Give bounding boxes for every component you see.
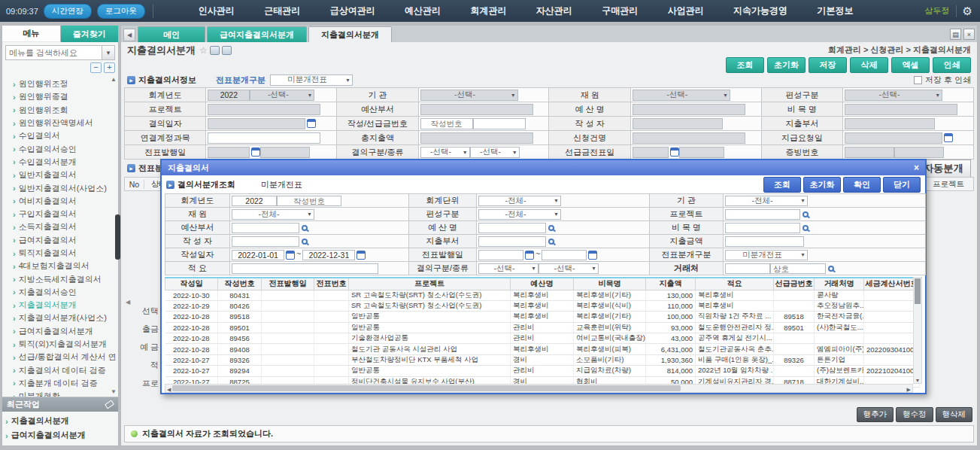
sidebar-item[interactable]: 수입결의서승인 — [13, 142, 118, 155]
sidebar-item[interactable]: 퇴직(외)지출결의서분개 — [13, 338, 118, 351]
sidebar-item[interactable]: 원인행위조회 — [13, 104, 118, 117]
sidebar-item[interactable]: 퇴직지출결의서 — [13, 247, 118, 260]
modal-button[interactable]: 확인 — [843, 177, 881, 193]
chevron-down-icon[interactable] — [102, 45, 115, 60]
tab-close-icon[interactable]: × — [963, 29, 975, 40]
sidebar-item[interactable]: 수입결의서 — [13, 129, 118, 142]
slip-date-from-input[interactable] — [478, 250, 523, 260]
result-column-header[interactable]: 세금계산서번호 — [864, 278, 920, 290]
modal-button[interactable]: 초기화 — [803, 177, 841, 193]
modal-button[interactable]: 닫기 — [883, 177, 921, 193]
toolbar-button[interactable]: 엑셀 — [891, 57, 930, 73]
table-row[interactable]: 2022-10-28 89518 일반공통 복리후생비 복리후생비(기타) 10… — [165, 312, 920, 322]
scroll-left-icon[interactable] — [165, 384, 172, 393]
table-row[interactable]: 2022-10-30 80431 SR 고속철도차량(SRT) 청소사업(수도권… — [165, 290, 920, 300]
result-column-header[interactable]: 전표번호 — [314, 278, 349, 290]
modal-item-name-input[interactable] — [725, 223, 800, 233]
gear-icon[interactable]: ⚙ — [963, 5, 972, 17]
toolbar-button[interactable]: 저장 — [809, 57, 847, 73]
sidebar-item[interactable]: 원인행위조정 — [13, 78, 118, 90]
sidebar-item[interactable]: 일반지출결의서 — [13, 169, 118, 181]
write-date-to-input[interactable] — [302, 250, 355, 260]
modal-org-dropdown[interactable]: -전체- — [725, 196, 808, 206]
calendar-icon[interactable] — [357, 251, 366, 260]
top-menu-item[interactable]: 회계관리 — [470, 5, 506, 17]
tab-list-icon[interactable]: ▤ — [950, 29, 961, 40]
advance-no-input[interactable] — [473, 118, 526, 129]
sidebar-item[interactable]: 지출결의서 데이터 검증 — [13, 364, 118, 377]
result-column-header[interactable]: 적요 — [696, 278, 774, 290]
modal-decision-type-dropdown[interactable]: -선택- — [539, 263, 599, 274]
scroll-down-icon[interactable] — [914, 378, 921, 383]
calendar-icon[interactable] — [588, 251, 597, 260]
modal-remark-input[interactable] — [232, 263, 378, 274]
toolbar-button[interactable]: 삭제 — [850, 57, 888, 73]
scrollbar-thumb[interactable] — [172, 385, 680, 391]
tab-menu[interactable]: 메뉴 — [2, 26, 61, 42]
sidebar-item[interactable]: 원인행위종결 — [13, 90, 118, 103]
row-action-button[interactable]: 행추가 — [857, 407, 894, 422]
modal-budget-dept-input[interactable] — [232, 223, 299, 233]
table-row[interactable]: 2022-10-27 89326 부산철도차량정비단 KTX 부품세척 사업 경… — [165, 354, 920, 365]
calendar-icon[interactable] — [251, 147, 260, 157]
slip-date-to-input[interactable] — [542, 250, 587, 260]
top-menu-item[interactable]: 지속가능경영 — [733, 5, 787, 17]
modal-fiscal-year-input[interactable] — [232, 196, 277, 206]
top-menu-item[interactable]: 자산관리 — [536, 5, 572, 17]
extend-time-button[interactable]: 시간연장 — [44, 4, 92, 19]
top-menu-item[interactable]: 기본정보 — [817, 5, 853, 17]
partner-name-input[interactable] — [770, 263, 826, 274]
sidebar-item[interactable]: 여비지출결의서 — [13, 195, 118, 208]
logout-button[interactable]: 로그아웃 — [97, 4, 145, 19]
modal-button[interactable]: 조회 — [763, 177, 801, 193]
sidebar-item[interactable]: 구입지출결의서 — [13, 208, 118, 220]
calendar-icon[interactable] — [525, 251, 534, 260]
save-print-checkbox[interactable]: 저장 후 인쇄 — [914, 74, 971, 86]
scrollbar-thumb[interactable] — [915, 278, 921, 304]
document-tab[interactable]: 메인 — [138, 26, 205, 42]
modal-split-type-dropdown[interactable]: 미분개전표 — [725, 250, 808, 260]
modal-budget-name-input[interactable] — [478, 223, 546, 233]
decision-type-dropdown[interactable]: -선택- — [470, 147, 520, 158]
result-column-header[interactable]: 예산명 — [511, 278, 574, 290]
linked-account-input[interactable] — [208, 132, 320, 144]
document-tab[interactable]: 급여지출결의서분개 — [207, 26, 307, 42]
search-icon[interactable] — [828, 266, 834, 272]
recent-work-item[interactable]: 급여지출결의서분개 — [5, 428, 118, 442]
sidebar-item[interactable]: 수입결의서분개 — [13, 156, 118, 169]
search-icon[interactable] — [548, 225, 554, 231]
toolbar-button[interactable]: 인쇄 — [933, 57, 971, 73]
top-menu-item[interactable]: 사업관리 — [668, 5, 704, 17]
sidebar-item[interactable]: 미분개현황 — [13, 390, 118, 397]
result-column-header[interactable]: 작성번호 — [218, 278, 262, 290]
scroll-right-icon[interactable] — [906, 384, 912, 393]
table-row[interactable]: 2022-10-28 89456 기술환경사업공통 관리비 여비교통비(국내출장… — [165, 333, 920, 344]
toolbar-button[interactable]: 조회 — [726, 57, 764, 73]
sidebar-item[interactable]: 지출결의서승인 — [13, 286, 118, 299]
split-type-dropdown[interactable]: 미분개전표 — [270, 74, 353, 86]
top-menu-item[interactable]: 급상여관리 — [330, 5, 375, 17]
modal-spend-amount-input[interactable] — [725, 236, 804, 247]
write-date-from-input[interactable] — [232, 250, 284, 260]
partner-code-input[interactable] — [725, 263, 770, 274]
result-column-header[interactable]: 거래처명 — [815, 278, 864, 290]
result-column-header[interactable]: 비목명 — [574, 278, 646, 290]
modal-doc-no-input[interactable] — [277, 196, 341, 206]
table-row[interactable]: 2022-10-27 89294 일반공통 관리비 지급임차료(차량) 814,… — [165, 366, 920, 376]
row-action-button[interactable]: 행수정 — [896, 407, 933, 422]
tab-favorites[interactable]: 즐겨찾기 — [61, 26, 119, 42]
modal-project-input[interactable] — [725, 209, 800, 220]
table-row[interactable]: 2022-10-29 80426 SR 고속철도차량(SRT) 청소사업(수도권… — [165, 300, 920, 311]
sidebar-item[interactable]: 급여지출결의서분개 — [13, 325, 118, 338]
result-column-header[interactable]: 프로젝트 — [349, 278, 511, 290]
sidebar-item[interactable]: 지방소득세지출결의서 — [13, 272, 118, 285]
horizontal-scrollbar[interactable] — [165, 384, 913, 393]
acct-unit-dropdown[interactable]: -전체- — [478, 196, 561, 206]
sidebar-item[interactable]: 4대보험지출결의서 — [13, 260, 118, 272]
scroll-left-icon[interactable] — [126, 296, 160, 306]
doc-no-input[interactable] — [420, 118, 473, 129]
sidebar-item[interactable]: 일반지출결의서(사업소) — [13, 181, 118, 194]
menu-search-input[interactable] — [5, 45, 102, 60]
modal-close-icon[interactable]: × — [914, 163, 919, 172]
search-icon[interactable] — [548, 239, 554, 245]
